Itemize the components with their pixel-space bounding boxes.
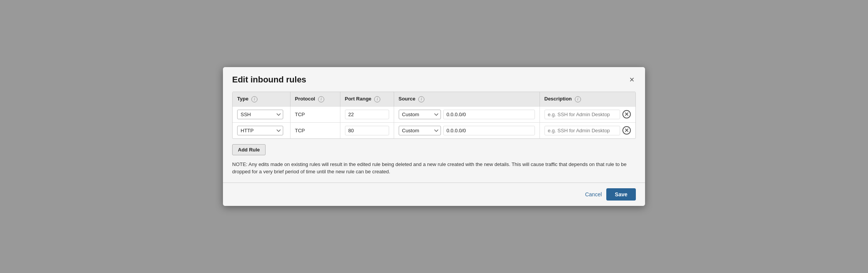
table-row: SSHHTTPHTTPSCustom TCPCustom UDPAll traf… bbox=[233, 106, 635, 122]
header-type: Type i bbox=[233, 92, 290, 106]
add-rule-button[interactable]: Add Rule bbox=[232, 144, 266, 155]
source-select-row1[interactable]: CustomAnywhereMy IP bbox=[399, 110, 441, 119]
type-select-row2[interactable]: SSHHTTPHTTPSCustom TCPCustom UDPAll traf… bbox=[237, 126, 283, 135]
port-input-row2[interactable] bbox=[345, 126, 389, 135]
modal-body: Type i Protocol i Port Range i Source bbox=[223, 86, 645, 176]
header-description: Description i bbox=[540, 92, 635, 106]
table-header-row: Type i Protocol i Port Range i Source bbox=[233, 92, 635, 106]
header-source: Source i bbox=[394, 92, 540, 106]
protocol-text-row1: TCP bbox=[295, 112, 305, 117]
description-input-row2[interactable] bbox=[545, 126, 620, 135]
remove-rule-button-row1[interactable]: ✕ bbox=[622, 110, 631, 118]
source-select-row2[interactable]: CustomAnywhereMy IP bbox=[399, 126, 441, 135]
description-info-icon: i bbox=[575, 96, 581, 102]
table-row: SSHHTTPHTTPSCustom TCPCustom UDPAll traf… bbox=[233, 122, 635, 138]
remove-rule-button-row2[interactable]: ✕ bbox=[622, 126, 631, 135]
type-select-row1[interactable]: SSHHTTPHTTPSCustom TCPCustom UDPAll traf… bbox=[237, 110, 283, 119]
port-input-row1[interactable] bbox=[345, 110, 389, 119]
close-button[interactable]: × bbox=[628, 74, 636, 86]
header-port-range: Port Range i bbox=[340, 92, 394, 106]
cidr-input-row1[interactable] bbox=[443, 110, 535, 119]
add-rule-section: Add Rule bbox=[232, 144, 636, 155]
cancel-button[interactable]: Cancel bbox=[585, 191, 602, 197]
note-text: NOTE: Any edits made on existing rules w… bbox=[232, 161, 636, 176]
modal-footer: Cancel Save bbox=[223, 183, 645, 206]
protocol-info-icon: i bbox=[318, 96, 324, 102]
save-button[interactable]: Save bbox=[606, 188, 636, 201]
rules-table: Type i Protocol i Port Range i Source bbox=[233, 92, 635, 138]
header-protocol: Protocol i bbox=[290, 92, 340, 106]
type-info-icon: i bbox=[251, 96, 257, 102]
protocol-text-row2: TCP bbox=[295, 128, 305, 133]
modal-header: Edit inbound rules × bbox=[223, 67, 645, 86]
rules-table-wrapper: Type i Protocol i Port Range i Source bbox=[232, 92, 636, 139]
edit-inbound-rules-modal: Edit inbound rules × Type i Protocol i bbox=[223, 67, 645, 206]
port-info-icon: i bbox=[374, 96, 380, 102]
modal-title: Edit inbound rules bbox=[232, 75, 306, 85]
source-info-icon: i bbox=[418, 96, 424, 102]
description-input-row1[interactable] bbox=[545, 110, 620, 119]
cidr-input-row2[interactable] bbox=[443, 126, 535, 135]
